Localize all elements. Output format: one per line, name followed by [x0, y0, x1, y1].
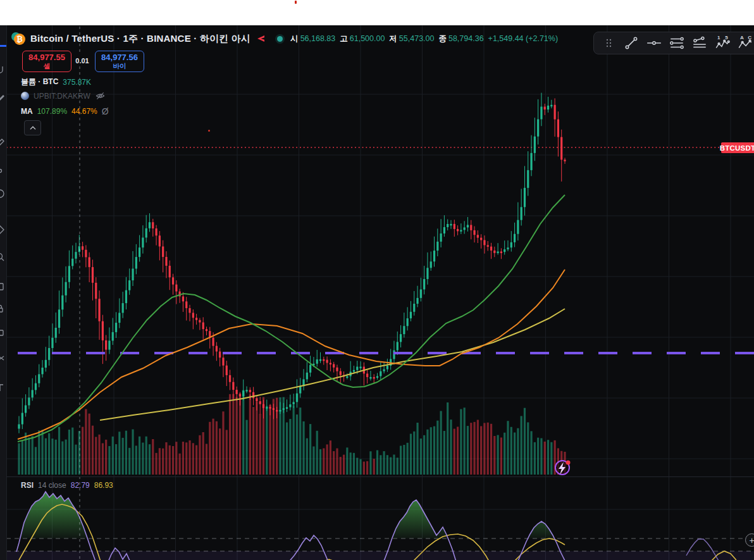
buy-button[interactable]: 84,977.56 바이: [95, 51, 144, 72]
tag-icon[interactable]: [0, 225, 5, 235]
lock-icon[interactable]: [0, 304, 5, 314]
cursor-artifact-dot: [208, 130, 210, 132]
horizontal-line-icon[interactable]: [645, 34, 664, 52]
symbol-header: ₿ Bitcoin / TetherUS · 1주 · BINANCE · 하이…: [11, 30, 558, 47]
buy-label: 바이: [113, 62, 127, 70]
last-price-badge[interactable]: BTCUSDT: [721, 142, 754, 153]
high-label: 고: [340, 34, 348, 44]
rsi-ma-value: 86.93: [94, 481, 113, 490]
upbit-coin-icon: [21, 92, 29, 100]
rsi-legend[interactable]: RSI 14 close 82.79 86.93: [21, 481, 113, 490]
low-value: 55,473.00: [399, 34, 435, 43]
rsi-label: RSI: [21, 481, 34, 490]
symbol-title[interactable]: Bitcoin / TetherUS · 1주 · BINANCE · 하이킨 …: [30, 33, 250, 45]
red-artifact-dot: [295, 1, 297, 4]
elliott-impulse-wave-icon[interactable]: 15: [713, 34, 732, 52]
circle-tool-icon[interactable]: [0, 189, 5, 199]
floating-drawing-toolbar[interactable]: 15 AC: [593, 32, 754, 54]
scissors-icon[interactable]: [0, 353, 5, 363]
drawing-toolbar[interactable]: [0, 25, 7, 560]
app-window: ₿ Bitcoin / TetherUS · 1주 · BINANCE · 하이…: [0, 0, 754, 560]
volume-label: 볼륨 · BTC: [21, 77, 58, 87]
browser-top-strip: [0, 0, 754, 25]
svg-text:1: 1: [717, 35, 720, 40]
upbit-legend[interactable]: UPBIT:DKAKRW: [21, 91, 106, 101]
rsi-pane: [6, 492, 754, 560]
ma-value-1: 107.89%: [37, 107, 67, 116]
close-label: 종: [438, 34, 447, 44]
chart-canvas[interactable]: [0, 25, 754, 560]
pane-separator[interactable]: [6, 476, 754, 477]
ma-legend[interactable]: MA 107.89% 44.67% Ø: [21, 106, 109, 116]
bitcoin-icon: ₿: [11, 32, 25, 45]
sell-price: 84,977.55: [28, 53, 65, 63]
open-label: 시: [290, 34, 299, 44]
svg-text:5: 5: [725, 35, 728, 40]
ma-disabled-icon[interactable]: Ø: [102, 106, 109, 116]
buy-price: 84,977.56: [101, 53, 138, 63]
high-value: 61,500.00: [350, 34, 385, 43]
close-value: 58,794.36: [448, 34, 484, 43]
pencil-icon[interactable]: [0, 94, 5, 104]
trend-line-icon[interactable]: [622, 34, 641, 52]
upbit-symbol: UPBIT:DKAKRW: [34, 92, 90, 101]
open-value: 56,168.83: [300, 34, 336, 43]
spread-value: 0.01: [72, 55, 92, 66]
sell-button[interactable]: 84,977.55 셀: [22, 51, 71, 72]
market-status-dot[interactable]: [277, 36, 283, 42]
collapse-legend-button[interactable]: [24, 120, 41, 135]
change-value: +1,549.44 (+2.71%): [488, 34, 559, 43]
flat-channel-icon[interactable]: [690, 34, 709, 52]
eye-slash-icon[interactable]: [95, 91, 106, 101]
measure-icon[interactable]: [0, 138, 5, 148]
ma-value-2: 44.67%: [71, 107, 97, 116]
lightning-marker: [555, 461, 571, 475]
volume-legend[interactable]: 볼륨 · BTC 375.87K: [21, 77, 91, 87]
ohlc-readout: 시56,168.83 고61,500.00 저55,473.00 종58,794…: [290, 34, 558, 44]
panel-icon[interactable]: [0, 328, 5, 338]
chevron-up-icon: [28, 125, 37, 131]
rsi-params: 14 close: [38, 481, 66, 490]
rsi-line: [16, 492, 565, 560]
volume-value: 375.87K: [63, 78, 91, 87]
svg-text:A: A: [740, 35, 744, 40]
ma-yellow-line: [100, 309, 565, 420]
ma-label: MA: [21, 107, 33, 116]
flag-icon[interactable]: [256, 34, 266, 44]
sell-label: 셀: [44, 62, 51, 70]
active-tool-indicator: [0, 45, 6, 47]
svg-text:C: C: [748, 35, 751, 40]
zoom-icon[interactable]: [0, 252, 5, 262]
main-pane: [6, 93, 754, 475]
rect-tool-icon[interactable]: [0, 282, 5, 292]
rsi-value: 82.79: [71, 481, 90, 490]
elliott-correction-wave-icon[interactable]: AC: [736, 34, 754, 52]
drag-handle-icon[interactable]: [599, 34, 618, 52]
magnet-icon[interactable]: [0, 65, 5, 75]
horizontal-lines-icon[interactable]: [667, 34, 686, 52]
add-alert-plus-button[interactable]: +: [745, 533, 754, 547]
text-tool-icon[interactable]: [0, 383, 5, 393]
dot-tool-icon[interactable]: [0, 166, 5, 176]
grid-layer: [6, 25, 754, 560]
low-label: 저: [389, 34, 397, 44]
